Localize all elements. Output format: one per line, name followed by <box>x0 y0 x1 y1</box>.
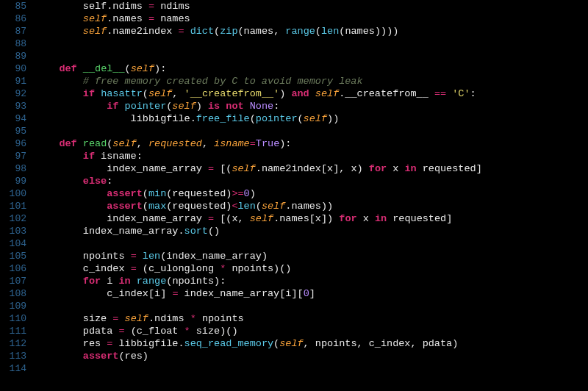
token-op: = <box>178 26 184 37</box>
token-punct: ( <box>143 263 148 274</box>
code-line[interactable]: assert(min(requested)>=0) <box>35 187 588 200</box>
line-number: 103 <box>3 225 26 237</box>
token-id <box>35 138 59 149</box>
token-call: pointer <box>256 113 298 124</box>
token-punct: ) <box>392 26 398 37</box>
code-line[interactable] <box>35 362 588 375</box>
line-number: 86 <box>3 12 26 25</box>
code-line[interactable] <box>35 125 588 137</box>
token-id: index_name_array <box>166 251 262 262</box>
token-punct: ( <box>250 113 256 124</box>
code-line[interactable] <box>35 237 588 250</box>
token-punct: , <box>410 338 416 349</box>
token-self: self <box>279 338 303 349</box>
token-id <box>214 163 220 174</box>
token-id: npoints <box>309 338 357 349</box>
token-call: hasattr <box>101 88 143 99</box>
token-id <box>429 88 434 99</box>
token-id: libbigfile <box>35 113 190 124</box>
token-id: index_name_array <box>35 226 178 237</box>
token-op: >= <box>232 188 243 199</box>
token-id <box>35 13 83 24</box>
token-self: self <box>83 13 107 24</box>
code-line[interactable] <box>35 50 588 62</box>
token-op: = <box>148 1 154 12</box>
code-area[interactable]: self.ndims = ndims self.names = names se… <box>34 0 588 391</box>
code-line[interactable]: c_index = (c_ulonglong * npoints)() <box>35 262 588 275</box>
token-attr: names <box>291 201 321 212</box>
token-kw: def <box>59 138 76 149</box>
token-id <box>208 138 214 149</box>
code-line[interactable]: size = self.ndims * npoints <box>35 312 588 325</box>
token-id: size <box>190 326 220 337</box>
token-punct: : <box>273 101 279 112</box>
token-punct: ) <box>357 163 363 174</box>
line-number: 93 <box>3 100 26 112</box>
code-line[interactable]: index_name_array = [(self.name2index[x],… <box>35 162 588 175</box>
token-call: range <box>285 26 315 37</box>
line-number: 101 <box>3 200 26 212</box>
code-line[interactable]: if pointer(self) is not None: <box>35 100 588 112</box>
line-number-gutter: 8586878889909192939495969798991001011021… <box>0 0 34 391</box>
code-line[interactable]: if isname: <box>35 150 588 162</box>
token-punct: : <box>137 151 143 162</box>
token-self: self <box>112 138 136 149</box>
token-str: 'C' <box>452 88 470 99</box>
line-number: 106 <box>3 262 26 275</box>
token-kw: assert <box>107 201 143 212</box>
token-attr: ndims <box>154 313 184 324</box>
code-line[interactable]: self.ndims = ndims <box>35 0 588 12</box>
token-id <box>184 313 190 324</box>
token-call: len <box>321 26 339 37</box>
token-attr: names <box>279 213 309 224</box>
code-line[interactable]: npoints = len(index_name_array) <box>35 250 588 262</box>
token-punct: ) <box>262 251 268 262</box>
token-id: npoints <box>196 313 244 324</box>
code-line[interactable]: def read(self, requested, isname=True): <box>35 137 588 150</box>
token-id: i <box>101 276 118 287</box>
token-id: x <box>387 163 404 174</box>
code-line[interactable]: self.name2index = dict(zip(names, range(… <box>35 25 588 37</box>
code-line[interactable]: libbigfile.free_file(pointer(self)) <box>35 112 588 125</box>
line-number: 91 <box>3 75 26 87</box>
line-number: 112 <box>3 337 26 350</box>
line-number: 92 <box>3 87 26 100</box>
code-line[interactable]: # free memory created by C to avoid memo… <box>35 75 588 87</box>
token-punct: [ <box>148 288 154 299</box>
code-line[interactable] <box>35 300 588 312</box>
code-line[interactable]: pdata = (c_float * size)() <box>35 325 588 337</box>
token-punct: ) <box>327 213 333 224</box>
code-line[interactable]: for i in range(npoints): <box>35 275 588 287</box>
token-punct: ( <box>238 26 244 37</box>
token-fn: read <box>83 138 107 149</box>
token-id: c_ulonglong <box>148 263 220 274</box>
token-kw: if <box>107 101 118 112</box>
code-line[interactable]: self.names = names <box>35 12 588 25</box>
token-id <box>35 26 83 37</box>
code-line[interactable]: def __del__(self): <box>35 62 588 75</box>
code-line[interactable]: index_name_array = [(x, self.names[x]) f… <box>35 212 588 225</box>
token-kw: assert <box>83 351 119 362</box>
code-line[interactable]: res = libbigfile.seq_read_memory(self, n… <box>35 337 588 350</box>
code-line[interactable]: if hasattr(self, '__createfrom__') and s… <box>35 87 588 100</box>
line-number: 111 <box>3 325 26 337</box>
token-id <box>184 26 190 37</box>
code-line[interactable]: else: <box>35 175 588 187</box>
code-line[interactable] <box>35 37 588 50</box>
token-kw: def <box>59 63 76 74</box>
code-line[interactable]: assert(res) <box>35 350 588 362</box>
token-id <box>143 1 148 12</box>
token-punct: ) <box>375 26 381 37</box>
token-call: len <box>238 201 256 212</box>
token-id <box>35 63 59 74</box>
token-id: i <box>154 288 160 299</box>
code-editor[interactable]: 8586878889909192939495969798991001011021… <box>0 0 588 391</box>
code-line[interactable]: assert(max(requested)<len(self.names)) <box>35 200 588 212</box>
token-id: x <box>232 213 237 224</box>
code-line[interactable]: c_index[i] = index_name_array[i][0] <box>35 287 588 300</box>
code-line[interactable]: index_name_array.sort() <box>35 225 588 237</box>
token-punct: : <box>160 63 166 74</box>
token-punct: ) <box>232 326 237 337</box>
line-number: 98 <box>3 162 26 175</box>
token-id <box>35 176 83 187</box>
